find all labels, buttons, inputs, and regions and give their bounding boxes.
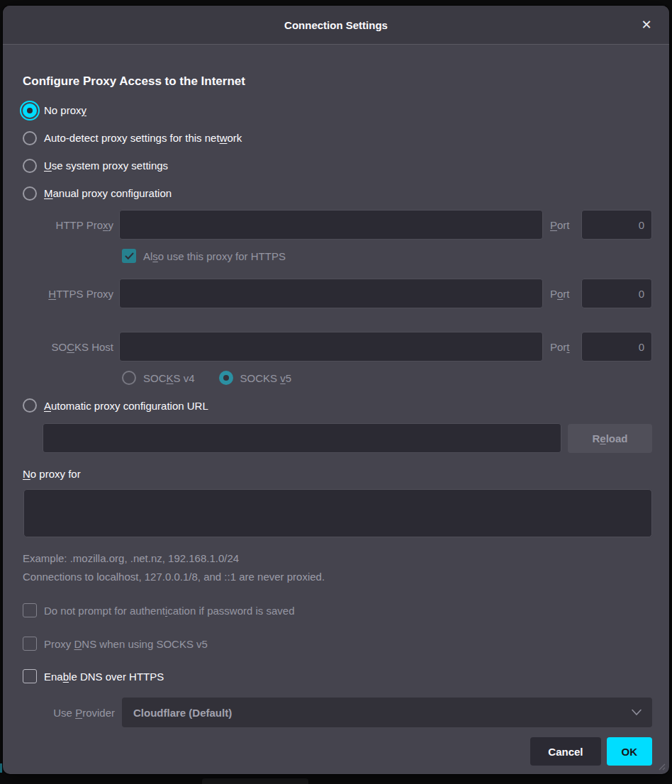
socks-host-label: SOCKS Host [20,341,115,353]
radio-row-auto-detect[interactable]: Auto-detect proxy settings for this netw… [23,124,652,152]
socks-host-row: SOCKS Host Port [20,332,652,362]
background-page-element [202,778,308,784]
radio-auto-url[interactable] [23,398,37,413]
radio-label-socks-v5: SOCKS v5 [240,372,292,384]
radio-row-no-proxy[interactable]: No proxy [23,96,652,124]
reload-label: Reload [592,432,627,444]
radio-use-system[interactable] [23,159,37,173]
http-port-label: Port [547,219,577,231]
checkbox-enable-doh[interactable] [23,669,37,683]
also-https-row[interactable]: Also use this proxy for HTTPS [122,246,652,266]
radio-socks-v5[interactable] [219,371,233,385]
radio-label-socks-v4: SOCKS v4 [143,372,195,384]
provider-dropdown[interactable]: Cloudflare (Default) [122,698,652,727]
radio-label-no-proxy: No proxy [44,104,86,116]
dialog-content: Configure Proxy Access to the Internet N… [3,73,669,766]
socks-port-label: Port [547,341,577,353]
radio-no-proxy[interactable] [23,103,37,118]
https-proxy-row: HTTPS Proxy Port [20,279,652,308]
close-icon: ✕ [641,17,651,33]
http-proxy-input[interactable] [119,210,543,240]
http-port-input[interactable] [581,210,652,240]
radio-manual[interactable] [23,186,37,201]
page-title: Configure Proxy Access to the Internet [23,73,652,89]
radio-dot [27,108,33,113]
connection-settings-dialog: Connection Settings ✕ Configure Proxy Ac… [3,6,669,774]
radio-auto-detect[interactable] [23,131,37,145]
checkbox-no-prompt[interactable] [23,603,37,617]
radio-label-manual: Manual proxy configuration [44,187,172,199]
resize-grip-icon[interactable] [656,761,666,771]
localhost-hint: Connections to localhost, 127.0.0.1/8, a… [23,569,652,585]
https-port-input[interactable] [581,279,652,308]
enable-doh-label: Enable DNS over HTTPS [44,671,164,683]
radio-row-auto-url[interactable]: Automatic proxy configuration URL [23,394,652,417]
radio-label-auto-url: Automatic proxy configuration URL [44,400,208,412]
use-provider-label: Use Provider [20,707,115,719]
proxy-dns-row[interactable]: Proxy DNS when using SOCKS v5 [23,634,652,654]
radio-dot [223,375,229,381]
no-prompt-row[interactable]: Do not prompt for authentication if pass… [23,600,652,620]
socks-port-input[interactable] [581,332,652,362]
close-button[interactable]: ✕ [637,15,656,35]
checkbox-also-https[interactable] [122,249,136,263]
socks-host-input[interactable] [119,332,543,362]
provider-selected-value: Cloudflare (Default) [133,707,232,719]
socks-version-row: SOCKS v4 SOCKS v5 [122,367,652,388]
dialog-titlebar: Connection Settings ✕ [3,6,669,45]
radio-label-auto-detect: Auto-detect proxy settings for this netw… [44,132,242,144]
no-proxy-for-label: No proxy for [23,468,652,483]
dialog-title: Connection Settings [284,19,388,31]
http-proxy-row: HTTP Proxy Port [20,210,652,240]
radio-row-manual[interactable]: Manual proxy configuration [23,179,652,207]
http-proxy-label: HTTP Proxy [20,219,115,231]
https-proxy-label: HTTPS Proxy [20,288,115,300]
checkbox-proxy-dns[interactable] [23,637,37,651]
ok-button[interactable]: OK [607,737,653,766]
example-hint: Example: .mozilla.org, .net.nz, 192.168.… [23,551,652,566]
provider-row: Use Provider Cloudflare (Default) [20,698,652,727]
auto-url-row: Reload [43,423,652,453]
no-prompt-label: Do not prompt for authentication if pass… [44,605,295,617]
chevron-down-icon [631,709,642,716]
auto-url-input[interactable] [43,423,561,453]
https-proxy-input[interactable] [119,279,543,308]
background-page-edge [0,763,2,773]
enable-doh-row[interactable]: Enable DNS over HTTPS [23,666,652,686]
cancel-button[interactable]: Cancel [530,737,600,766]
proxy-dns-label: Proxy DNS when using SOCKS v5 [44,638,208,650]
check-icon [125,252,134,260]
radio-row-use-system[interactable]: Use system proxy settings [23,152,652,179]
radio-label-use-system: Use system proxy settings [44,159,168,172]
also-https-label: Also use this proxy for HTTPS [143,250,286,262]
radio-socks-v4[interactable] [122,371,136,385]
no-proxy-for-textarea[interactable] [23,489,652,537]
reload-button[interactable]: Reload [568,424,652,453]
https-port-label: Port [547,288,577,300]
dialog-footer: Cancel OK [20,737,652,766]
